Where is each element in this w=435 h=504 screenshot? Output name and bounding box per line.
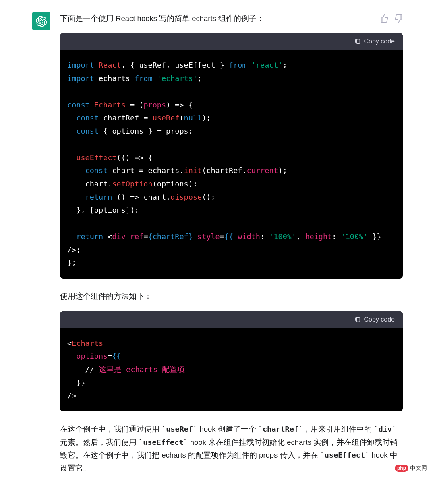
copy-label: Copy code [364,38,395,45]
conversation-row: 下面是一个使用 React hooks 写的简单 echarts 组件的例子： … [0,0,435,483]
thumbs-up-icon [380,14,389,23]
code-header: Copy code [60,33,403,50]
code-block-1: Copy code import React, { useRef, useEff… [60,33,403,279]
assistant-avatar [32,12,50,30]
code-block-2: Copy code <Echarts options={{ // 这里是 ech… [60,311,403,412]
explanation-paragraph: 在这个例子中，我们通过使用 `useRef` hook 创建了一个 `chart… [60,423,403,475]
copy-code-button[interactable]: Copy code [354,38,395,45]
inline-code: `useRef` [162,425,197,433]
svg-rect-0 [356,39,360,44]
usage-paragraph: 使用这个组件的方法如下： [60,290,403,303]
svg-rect-1 [356,317,360,322]
intro-paragraph: 下面是一个使用 React hooks 写的简单 echarts 组件的例子： [60,12,403,25]
inline-code: `div` [374,425,396,433]
feedback-actions [380,14,403,23]
copy-code-button[interactable]: Copy code [354,316,395,323]
watermark: php 中文网 [395,465,427,472]
message-content: 下面是一个使用 React hooks 写的简单 echarts 组件的例子： … [60,12,403,483]
thumbs-down-button[interactable] [394,14,403,23]
watermark-text: 中文网 [410,465,427,472]
code-header: Copy code [60,311,403,328]
inline-code: `chartRef` [258,425,303,433]
code-content[interactable]: <Echarts options={{ // 这里是 echarts 配置项 }… [60,328,403,412]
php-badge: php [395,465,408,472]
thumbs-up-button[interactable] [380,14,389,23]
thumbs-down-icon [394,14,403,23]
code-content[interactable]: import React, { useRef, useEffect } from… [60,50,403,279]
clipboard-icon [354,38,361,45]
openai-logo-icon [36,16,47,27]
clipboard-icon [354,316,361,323]
inline-code: `useEffect` [139,438,188,446]
copy-label: Copy code [364,316,395,323]
inline-code: `useEffect` [320,451,370,459]
